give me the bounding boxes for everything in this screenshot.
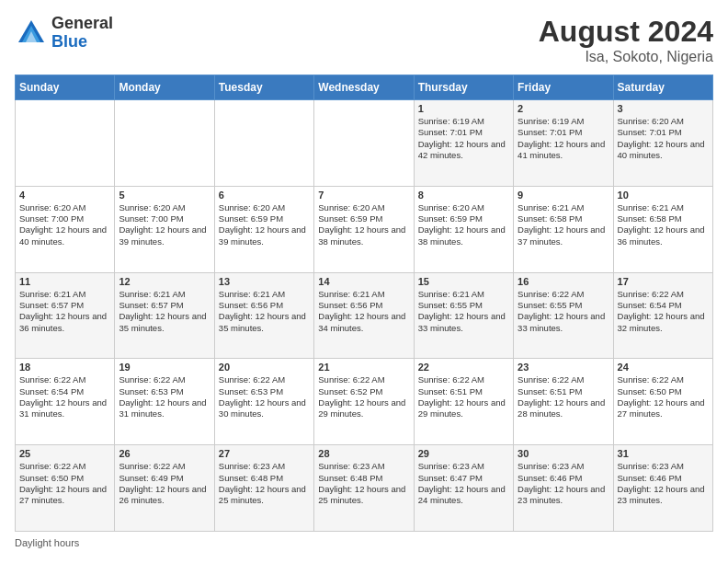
day-of-week-header: Tuesday — [214, 75, 313, 100]
calendar-cell: 22Sunrise: 6:22 AM Sunset: 6:51 PM Dayli… — [414, 359, 513, 445]
main-title: August 2024 — [539, 15, 713, 49]
title-block: August 2024 Isa, Sokoto, Nigeria — [539, 15, 713, 65]
calendar-week-row: 4Sunrise: 6:20 AM Sunset: 7:00 PM Daylig… — [16, 186, 713, 272]
day-info: Sunrise: 6:23 AM Sunset: 6:47 PM Dayligh… — [418, 461, 509, 506]
calendar-cell: 15Sunrise: 6:21 AM Sunset: 6:55 PM Dayli… — [414, 272, 513, 359]
day-info: Sunrise: 6:22 AM Sunset: 6:49 PM Dayligh… — [119, 461, 210, 506]
calendar-week-row: 18Sunrise: 6:22 AM Sunset: 6:54 PM Dayli… — [16, 359, 713, 445]
calendar-cell: 18Sunrise: 6:22 AM Sunset: 6:54 PM Dayli… — [16, 359, 115, 445]
day-number: 23 — [518, 362, 609, 373]
day-info: Sunrise: 6:22 AM Sunset: 6:54 PM Dayligh… — [618, 289, 709, 334]
calendar-cell: 12Sunrise: 6:21 AM Sunset: 6:57 PM Dayli… — [115, 272, 214, 359]
day-number: 17 — [618, 276, 709, 287]
day-of-week-header: Sunday — [16, 75, 115, 100]
day-number: 10 — [618, 190, 709, 201]
day-number: 22 — [418, 362, 509, 373]
header-row: SundayMondayTuesdayWednesdayThursdayFrid… — [16, 75, 713, 100]
day-number: 2 — [518, 103, 609, 114]
day-number: 18 — [19, 362, 110, 373]
logo-blue: Blue — [51, 33, 113, 52]
day-info: Sunrise: 6:21 AM Sunset: 6:55 PM Dayligh… — [418, 289, 509, 334]
calendar-cell: 21Sunrise: 6:22 AM Sunset: 6:52 PM Dayli… — [314, 359, 414, 445]
calendar-cell: 11Sunrise: 6:21 AM Sunset: 6:57 PM Dayli… — [16, 272, 115, 359]
calendar-cell: 29Sunrise: 6:23 AM Sunset: 6:47 PM Dayli… — [414, 445, 513, 532]
day-info: Sunrise: 6:23 AM Sunset: 6:46 PM Dayligh… — [518, 461, 609, 506]
day-info: Sunrise: 6:23 AM Sunset: 6:48 PM Dayligh… — [318, 461, 409, 506]
calendar-table: SundayMondayTuesdayWednesdayThursdayFrid… — [15, 75, 713, 532]
calendar-cell: 8Sunrise: 6:20 AM Sunset: 6:59 PM Daylig… — [414, 186, 513, 272]
day-info: Sunrise: 6:21 AM Sunset: 6:57 PM Dayligh… — [119, 289, 210, 334]
logo-text: General Blue — [51, 15, 113, 52]
day-of-week-header: Friday — [514, 75, 613, 100]
day-number: 1 — [418, 103, 509, 114]
day-of-week-header: Saturday — [613, 75, 712, 100]
calendar-cell — [314, 100, 414, 187]
day-number: 30 — [518, 448, 609, 459]
header: General Blue August 2024 Isa, Sokoto, Ni… — [15, 15, 713, 65]
page: General Blue August 2024 Isa, Sokoto, Ni… — [0, 0, 728, 563]
day-number: 6 — [219, 190, 310, 201]
calendar-cell: 19Sunrise: 6:22 AM Sunset: 6:53 PM Dayli… — [115, 359, 214, 445]
day-number: 7 — [318, 190, 409, 201]
daylight-hours-label: Daylight hours — [15, 537, 79, 548]
calendar-cell: 16Sunrise: 6:22 AM Sunset: 6:55 PM Dayli… — [514, 272, 613, 359]
day-number: 16 — [518, 276, 609, 287]
day-info: Sunrise: 6:22 AM Sunset: 6:50 PM Dayligh… — [19, 461, 110, 506]
calendar-cell: 17Sunrise: 6:22 AM Sunset: 6:54 PM Dayli… — [613, 272, 712, 359]
day-info: Sunrise: 6:20 AM Sunset: 7:00 PM Dayligh… — [19, 202, 110, 247]
day-number: 26 — [119, 448, 210, 459]
calendar-cell: 24Sunrise: 6:22 AM Sunset: 6:50 PM Dayli… — [613, 359, 712, 445]
calendar-cell: 30Sunrise: 6:23 AM Sunset: 6:46 PM Dayli… — [514, 445, 613, 532]
day-info: Sunrise: 6:20 AM Sunset: 6:59 PM Dayligh… — [418, 202, 509, 247]
calendar-cell: 20Sunrise: 6:22 AM Sunset: 6:53 PM Dayli… — [214, 359, 313, 445]
calendar-cell: 5Sunrise: 6:20 AM Sunset: 7:00 PM Daylig… — [115, 186, 214, 272]
calendar-cell: 23Sunrise: 6:22 AM Sunset: 6:51 PM Dayli… — [514, 359, 613, 445]
day-info: Sunrise: 6:21 AM Sunset: 6:56 PM Dayligh… — [219, 289, 310, 334]
day-info: Sunrise: 6:19 AM Sunset: 7:01 PM Dayligh… — [518, 116, 609, 161]
day-number: 15 — [418, 276, 509, 287]
day-number: 25 — [19, 448, 110, 459]
day-number: 27 — [219, 448, 310, 459]
day-info: Sunrise: 6:22 AM Sunset: 6:55 PM Dayligh… — [518, 289, 609, 334]
day-of-week-header: Thursday — [414, 75, 513, 100]
day-info: Sunrise: 6:21 AM Sunset: 6:56 PM Dayligh… — [318, 289, 409, 334]
day-number: 19 — [119, 362, 210, 373]
day-info: Sunrise: 6:21 AM Sunset: 6:58 PM Dayligh… — [618, 202, 709, 247]
day-number: 8 — [418, 190, 509, 201]
day-info: Sunrise: 6:22 AM Sunset: 6:53 PM Dayligh… — [219, 374, 310, 419]
calendar-cell — [214, 100, 313, 187]
calendar-cell — [115, 100, 214, 187]
day-info: Sunrise: 6:22 AM Sunset: 6:54 PM Dayligh… — [19, 374, 110, 419]
day-number: 5 — [119, 190, 210, 201]
calendar-week-row: 1Sunrise: 6:19 AM Sunset: 7:01 PM Daylig… — [16, 100, 713, 187]
day-number: 24 — [618, 362, 709, 373]
calendar-week-row: 25Sunrise: 6:22 AM Sunset: 6:50 PM Dayli… — [16, 445, 713, 532]
day-info: Sunrise: 6:19 AM Sunset: 7:01 PM Dayligh… — [418, 116, 509, 161]
day-number: 11 — [19, 276, 110, 287]
day-number: 28 — [318, 448, 409, 459]
day-info: Sunrise: 6:22 AM Sunset: 6:53 PM Dayligh… — [119, 374, 210, 419]
calendar-cell: 7Sunrise: 6:20 AM Sunset: 6:59 PM Daylig… — [314, 186, 414, 272]
day-number: 12 — [119, 276, 210, 287]
day-number: 31 — [618, 448, 709, 459]
day-info: Sunrise: 6:21 AM Sunset: 6:57 PM Dayligh… — [19, 289, 110, 334]
day-number: 3 — [618, 103, 709, 114]
footer: Daylight hours — [15, 537, 713, 548]
calendar-cell — [16, 100, 115, 187]
day-info: Sunrise: 6:20 AM Sunset: 6:59 PM Dayligh… — [318, 202, 409, 247]
day-info: Sunrise: 6:22 AM Sunset: 6:50 PM Dayligh… — [618, 374, 709, 419]
calendar-cell: 25Sunrise: 6:22 AM Sunset: 6:50 PM Dayli… — [16, 445, 115, 532]
calendar-cell: 2Sunrise: 6:19 AM Sunset: 7:01 PM Daylig… — [514, 100, 613, 187]
calendar-cell: 9Sunrise: 6:21 AM Sunset: 6:58 PM Daylig… — [514, 186, 613, 272]
calendar-cell: 1Sunrise: 6:19 AM Sunset: 7:01 PM Daylig… — [414, 100, 513, 187]
calendar-cell: 6Sunrise: 6:20 AM Sunset: 6:59 PM Daylig… — [214, 186, 313, 272]
day-of-week-header: Monday — [115, 75, 214, 100]
calendar-header: SundayMondayTuesdayWednesdayThursdayFrid… — [16, 75, 713, 100]
day-number: 4 — [19, 190, 110, 201]
calendar-cell: 13Sunrise: 6:21 AM Sunset: 6:56 PM Dayli… — [214, 272, 313, 359]
calendar-cell: 4Sunrise: 6:20 AM Sunset: 7:00 PM Daylig… — [16, 186, 115, 272]
day-info: Sunrise: 6:20 AM Sunset: 6:59 PM Dayligh… — [219, 202, 310, 247]
day-info: Sunrise: 6:23 AM Sunset: 6:48 PM Dayligh… — [219, 461, 310, 506]
calendar-cell: 26Sunrise: 6:22 AM Sunset: 6:49 PM Dayli… — [115, 445, 214, 532]
calendar-cell: 10Sunrise: 6:21 AM Sunset: 6:58 PM Dayli… — [613, 186, 712, 272]
